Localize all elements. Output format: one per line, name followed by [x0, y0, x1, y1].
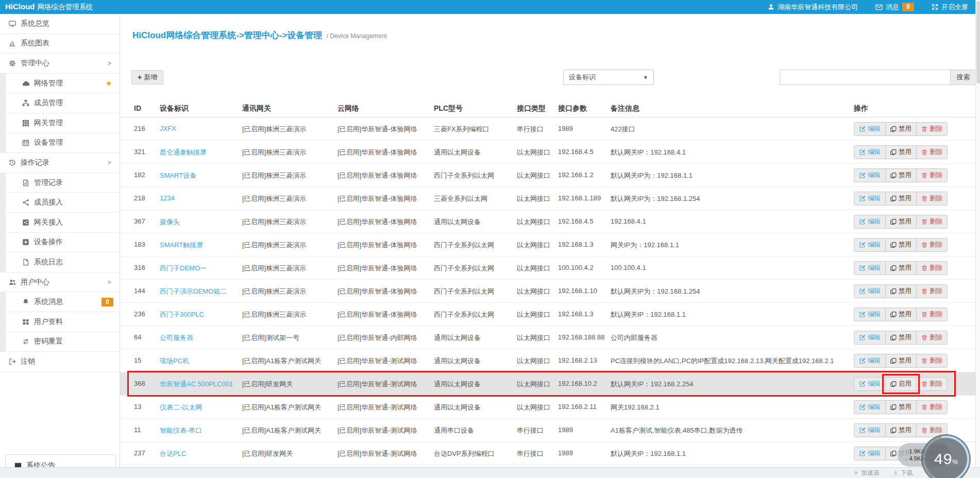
delete-button[interactable]: 删除: [916, 122, 948, 136]
search-input[interactable]: [780, 70, 951, 85]
sidebar-item-logout[interactable]: 注销: [0, 352, 120, 372]
edit-button[interactable]: 编辑: [854, 122, 886, 136]
edit-button[interactable]: 编辑: [854, 238, 886, 252]
sidebar-item-network-mgmt[interactable]: 网络管理★: [0, 74, 120, 94]
cell-id: 236: [134, 310, 145, 318]
delete-button[interactable]: 删除: [916, 238, 948, 252]
disable-button[interactable]: 禁用: [885, 354, 917, 368]
disable-button[interactable]: 禁用: [885, 308, 917, 321]
search-button[interactable]: 搜索: [951, 70, 976, 85]
disable-button[interactable]: 禁用: [885, 331, 917, 345]
sidebar-item-label: 系统日志: [34, 258, 63, 267]
delete-button[interactable]: 删除: [916, 400, 948, 414]
cell-plc: 通用以太网设备: [434, 403, 481, 412]
memory-speed-ball[interactable]: 49 %: [921, 434, 971, 478]
delete-button[interactable]: 删除: [916, 377, 948, 391]
column-header-note: 备注信息: [611, 104, 639, 113]
sidebar-item-operation-records[interactable]: 操作记录>: [0, 153, 120, 173]
sidebar-item-label: 系统图表: [21, 39, 49, 48]
disable-button[interactable]: 禁用: [885, 192, 917, 206]
cell-name[interactable]: SMART设备: [160, 171, 196, 180]
cell-name[interactable]: 华辰智通AC 500PLC001: [160, 380, 233, 389]
sidebar-item-gateway-access[interactable]: 网关接入: [0, 213, 120, 233]
cell-name[interactable]: 智能仪表-串口: [160, 426, 202, 435]
cell-name[interactable]: 台达PLC: [160, 449, 186, 458]
vertical-scrollbar[interactable]: [975, 0, 980, 478]
disable-button[interactable]: 禁用: [885, 238, 917, 252]
edit-button[interactable]: 编辑: [854, 261, 886, 275]
edit-button[interactable]: 编辑: [854, 168, 886, 182]
delete-button[interactable]: 删除: [916, 354, 948, 368]
disable-button[interactable]: 禁用: [885, 423, 917, 437]
breadcrumb: HiCloud网络综合管理系统->管理中心->设备管理 / Device Man…: [132, 29, 387, 41]
cell-name[interactable]: 现场PC机: [160, 356, 189, 366]
messages-menu[interactable]: 消息 0: [875, 3, 914, 12]
sidebar-item-member-access[interactable]: 成员接入: [0, 193, 120, 213]
cell-name[interactable]: 西门子300PLC: [160, 310, 204, 319]
cell-name[interactable]: 西门子DEMO一: [160, 264, 207, 273]
edit-button[interactable]: 编辑: [854, 447, 886, 460]
cell-param: 192.168.1.3: [558, 310, 594, 318]
grid-icon: [21, 120, 31, 127]
edit-button[interactable]: 编辑: [854, 400, 886, 414]
bottombar-item-download[interactable]: 下载: [893, 469, 913, 477]
disable-button[interactable]: 禁用: [885, 122, 917, 136]
sidebar-item-password-reset[interactable]: 密码重置: [0, 332, 120, 352]
delete-button[interactable]: 删除: [916, 168, 948, 182]
edit-button[interactable]: 编辑: [854, 354, 886, 368]
mail-icon: [875, 4, 883, 10]
edit-button[interactable]: 编辑: [854, 331, 886, 345]
scrollbar-thumb[interactable]: [976, 1, 980, 83]
delete-button[interactable]: 删除: [916, 308, 948, 321]
company-menu[interactable]: 湖南华辰智通科技有限公司: [768, 3, 858, 12]
delete-button[interactable]: 删除: [916, 284, 948, 298]
delete-button[interactable]: 删除: [916, 145, 948, 159]
sidebar-item-system-logs[interactable]: 系统日志: [0, 252, 120, 272]
filter-field-select[interactable]: 设备标识 ▼: [563, 70, 654, 85]
disable-button[interactable]: 禁用: [885, 284, 917, 298]
delete-button[interactable]: 删除: [916, 192, 948, 206]
sidebar-item-user-center[interactable]: 用户中心>: [0, 272, 120, 293]
row-actions: 编辑 禁用 删除: [854, 238, 948, 252]
disable-button[interactable]: 禁用: [885, 215, 917, 229]
cell-name[interactable]: SMART触摸屏: [160, 241, 203, 250]
sidebar-item-device-mgmt[interactable]: 设备管理: [0, 133, 120, 153]
edit-button[interactable]: 编辑: [854, 423, 886, 437]
cell-name[interactable]: 公司服务器: [160, 333, 193, 343]
add-device-button[interactable]: + 新增: [131, 70, 163, 84]
edit-button[interactable]: 编辑: [854, 145, 886, 159]
sidebar-item-label: 设备操作: [34, 237, 63, 247]
sidebar-item-admin-center[interactable]: 管理中心>: [0, 54, 120, 74]
sidebar-item-device-operations[interactable]: 设备操作: [0, 233, 120, 253]
disable-button[interactable]: 禁用: [885, 168, 917, 182]
cell-name[interactable]: JXFX: [160, 125, 176, 132]
bottombar-item-accelerator[interactable]: 加速器: [853, 469, 880, 477]
cell-name[interactable]: 1234: [160, 194, 175, 202]
delete-button[interactable]: 删除: [916, 261, 948, 275]
sidebar-item-user-profile[interactable]: 用户资料: [0, 312, 120, 332]
cell-plc: 通用以太网设备: [434, 217, 481, 227]
sidebar-item-system-charts[interactable]: 系统图表: [0, 34, 120, 54]
sidebar-item-gateway-mgmt[interactable]: 网关管理: [0, 113, 120, 133]
disable-button[interactable]: 禁用: [885, 261, 917, 275]
row-actions: 编辑 禁用 删除: [854, 331, 948, 345]
delete-button[interactable]: 删除: [916, 331, 948, 345]
cell-name[interactable]: 西门子演示DEMO箱二: [160, 287, 227, 296]
sidebar-item-member-mgmt[interactable]: 成员管理: [0, 93, 120, 113]
fullscreen-button[interactable]: 开启全屏: [932, 3, 968, 12]
edit-button[interactable]: 编辑: [854, 377, 886, 391]
delete-button[interactable]: 删除: [916, 215, 948, 229]
edit-button[interactable]: 编辑: [854, 284, 886, 298]
enable-button[interactable]: 启用: [885, 377, 917, 391]
sidebar-item-admin-records[interactable]: 管理记录: [0, 173, 120, 193]
sidebar-item-system-messages[interactable]: 系统消息0: [0, 292, 120, 312]
disable-button[interactable]: 禁用: [885, 145, 917, 159]
edit-button[interactable]: 编辑: [854, 308, 886, 321]
edit-button[interactable]: 编辑: [854, 192, 886, 206]
edit-button[interactable]: 编辑: [854, 215, 886, 229]
disable-button[interactable]: 禁用: [885, 400, 917, 414]
cell-name[interactable]: 仪表二-以太网: [160, 403, 202, 412]
sidebar-item-system-overview[interactable]: 系统总览: [0, 14, 120, 34]
cell-name[interactable]: 昆仑通泰触摸屏: [160, 148, 207, 157]
cell-name[interactable]: 摄像头: [160, 217, 180, 227]
